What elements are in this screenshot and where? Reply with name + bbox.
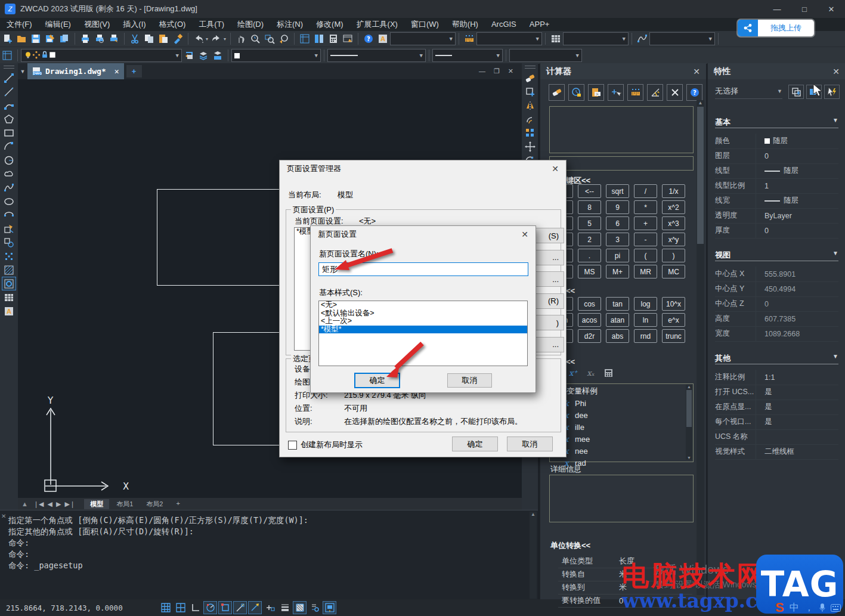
menu-item-3[interactable]: 插入(I)	[116, 18, 152, 31]
property-row-线型比例[interactable]: 线型比例1	[715, 178, 838, 194]
numpad-key-.[interactable]: .	[578, 249, 601, 262]
undo-dropdown-icon[interactable]: ▾	[206, 36, 208, 42]
text-style-combo[interactable]: ▼	[390, 32, 456, 45]
layout-tab-布局1[interactable]: 布局1	[110, 499, 139, 509]
layer-manager-icon[interactable]	[1, 49, 14, 62]
drag-upload-button[interactable]: 拖拽上传	[738, 20, 814, 36]
tab-close-icon[interactable]: ✕	[114, 67, 119, 76]
new-setup-cancel-button[interactable]: 取消	[447, 373, 492, 388]
layer-combo[interactable]: ▼	[21, 49, 182, 62]
variables-tree[interactable]: x变量样例kPhixdeexillexmeexneexrad ▲ ▼	[549, 383, 694, 462]
sci-key-trunc[interactable]: trunc	[662, 329, 685, 343]
hatch-icon[interactable]	[2, 263, 16, 277]
page-setup-dialog-title-bar[interactable]: 页面设置管理器 ✕	[280, 160, 566, 177]
command-scrollbar[interactable]: ▲	[530, 512, 537, 599]
calc-scroll-thumb[interactable]	[697, 107, 704, 244]
property-row-颜色[interactable]: 颜色随层	[715, 134, 838, 149]
numpad-key-3[interactable]: 3	[606, 233, 629, 246]
numpad-key-8[interactable]: 8	[578, 200, 601, 214]
numpad-key-sqrt[interactable]: sqrt	[606, 184, 629, 198]
style-option-<上一次>[interactable]: <上一次>	[319, 317, 527, 326]
layout-expand-icon[interactable]: ▲	[21, 500, 28, 507]
sci-key-atan[interactable]: atan	[606, 313, 629, 327]
open-icon[interactable]	[15, 32, 28, 45]
calc-help-icon[interactable]: ?	[686, 84, 702, 101]
toolbar-grip[interactable]	[4, 66, 14, 69]
paste-icon[interactable]	[157, 32, 170, 45]
command-close-icon[interactable]: ✕	[1, 513, 6, 519]
numpad-key-*[interactable]: *	[634, 200, 657, 214]
delete-variable-icon[interactable]: xₓ	[587, 369, 595, 377]
calc-scroll-up-icon[interactable]: ▲	[697, 100, 704, 106]
mtext-icon[interactable]: A	[2, 304, 16, 318]
property-row-线宽[interactable]: 线宽随层	[715, 193, 838, 209]
variable-item-nee[interactable]: xnee	[553, 445, 693, 457]
polyline-icon[interactable]	[2, 98, 16, 112]
property-row-线型[interactable]: 线型随层	[715, 163, 838, 179]
property-row-中心点 Y[interactable]: 中心点 Y450.4994	[715, 281, 838, 297]
mic-icon[interactable]	[819, 603, 825, 612]
property-row-视觉样式[interactable]: 视觉样式二维线框	[715, 444, 838, 460]
mirror-icon[interactable]	[523, 98, 537, 112]
numpad-key-([interactable]: (	[634, 249, 657, 262]
menu-item-8[interactable]: 修改(M)	[309, 18, 350, 31]
numpad-key-x^2[interactable]: x^2	[662, 200, 685, 214]
transparency-icon[interactable]	[293, 601, 307, 614]
command-window[interactable]: ✕ 指定第一个角点或 [倒角(C)/标高(E)/圆角(F)/正方形(S)/厚度(…	[0, 510, 538, 600]
calc-variable-icon[interactable]	[604, 369, 613, 377]
mleader-style-combo[interactable]: ▼	[649, 32, 715, 45]
menu-item-9[interactable]: 扩展工具(X)	[350, 18, 404, 31]
layout-tab-+[interactable]: +	[170, 499, 185, 509]
numpad-key-)[interactable]: )	[662, 249, 685, 262]
undo-icon[interactable]	[192, 32, 205, 45]
numpad-key-x^3[interactable]: x^3	[662, 216, 685, 230]
table-style-combo[interactable]: ▼	[563, 32, 629, 45]
sci-key-e^x[interactable]: e^x	[662, 313, 685, 327]
calc-clear-icon[interactable]	[667, 84, 683, 101]
redo-icon[interactable]	[210, 32, 223, 45]
zoom-previous-icon[interactable]	[277, 32, 290, 45]
variable-item-Phi[interactable]: kPhi	[553, 397, 693, 409]
menu-item-10[interactable]: 窗口(W)	[404, 18, 445, 31]
save-as-icon[interactable]	[44, 32, 57, 45]
sci-key-acos[interactable]: acos	[578, 313, 601, 327]
calc-paste-icon[interactable]: >_	[588, 84, 604, 101]
point-icon[interactable]	[2, 249, 16, 263]
sci-key-cos[interactable]: cos	[578, 297, 601, 311]
numpad-key--[interactable]: -	[634, 233, 657, 246]
zoom-realtime-icon[interactable]	[249, 32, 262, 45]
offset-icon[interactable]	[523, 112, 537, 126]
otrack-icon[interactable]	[233, 601, 247, 614]
layout-first-icon[interactable]: ❘◀	[33, 500, 44, 508]
numpad-key-x^y[interactable]: x^y	[662, 233, 685, 246]
menu-item-4[interactable]: 格式(O)	[153, 18, 193, 31]
dim-style-combo[interactable]: ▼	[476, 32, 542, 45]
property-row-宽度[interactable]: 宽度1089.2668	[715, 326, 838, 342]
pan-icon[interactable]	[234, 32, 247, 45]
numpad-key-5[interactable]: 5	[578, 216, 601, 230]
menu-item-0[interactable]: 文件(F)	[0, 18, 39, 31]
property-row-UCS 名称[interactable]: UCS 名称	[715, 429, 838, 445]
tree-scroll-up-icon[interactable]: ▲	[686, 385, 692, 389]
donut-icon[interactable]	[2, 277, 16, 290]
calc-get-point-icon[interactable]	[608, 84, 624, 101]
new-page-setup-close-icon[interactable]: ✕	[521, 230, 528, 239]
fullscreen-icon[interactable]	[323, 601, 336, 614]
sci-key-10^x[interactable]: 10^x	[662, 297, 685, 311]
table-icon[interactable]	[549, 32, 562, 45]
layer-prev-icon[interactable]	[182, 49, 196, 62]
menu-item-1[interactable]: 编辑(E)	[39, 18, 78, 31]
section-header-其他[interactable]: 其他▼	[715, 353, 838, 364]
sci-key-rnd[interactable]: rnd	[634, 329, 657, 343]
page-setup-cancel-button[interactable]: 取消	[507, 437, 553, 451]
zoom-window-icon[interactable]	[263, 32, 276, 45]
layer-manager-icon[interactable]	[298, 32, 311, 45]
help-icon[interactable]: ?	[362, 32, 375, 45]
ellipse-arc-icon[interactable]	[2, 208, 16, 222]
toolbar-grip[interactable]	[525, 66, 536, 69]
dyn-input-icon[interactable]	[263, 601, 277, 614]
style-option-<默认输出设备>[interactable]: <默认输出设备>	[319, 309, 527, 318]
plot-preview-icon[interactable]	[93, 32, 106, 45]
page-setup-dialog-close-icon[interactable]: ✕	[552, 164, 559, 174]
numpad-key-MC[interactable]: MC	[662, 265, 685, 278]
